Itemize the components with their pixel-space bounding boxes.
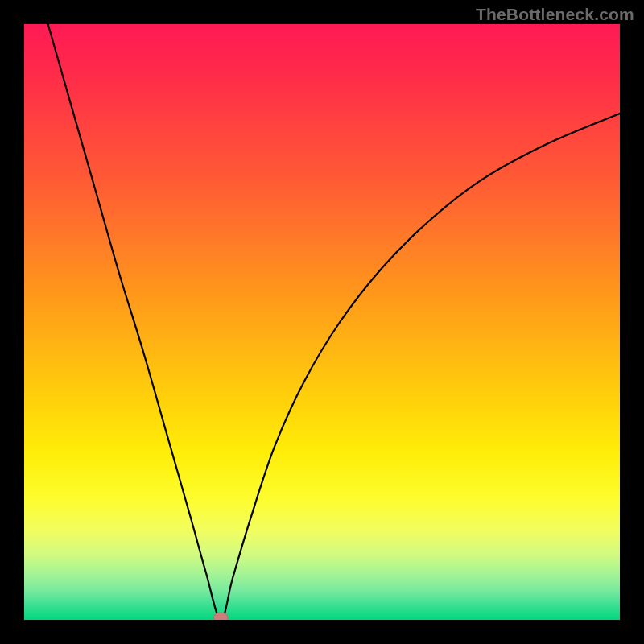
plot-area — [24, 24, 620, 620]
chart-container: TheBottleneck.com — [0, 0, 644, 644]
min-marker — [213, 613, 228, 620]
watermark-text: TheBottleneck.com — [476, 5, 634, 24]
bottleneck-curve — [48, 24, 620, 620]
curve-layer — [24, 24, 620, 620]
